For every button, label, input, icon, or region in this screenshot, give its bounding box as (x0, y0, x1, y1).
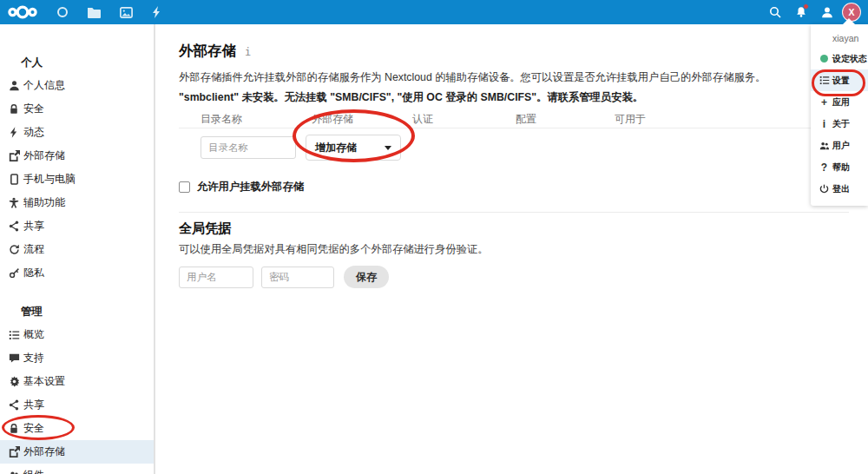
mobile-icon (8, 174, 20, 186)
allow-user-mount-checkbox[interactable] (179, 181, 190, 193)
sidebar-item-personal-info[interactable]: 个人信息 (0, 74, 154, 97)
sidebar-item-basic-settings[interactable]: 基本设置 (0, 370, 154, 393)
menu-username: xiayan (811, 29, 868, 48)
sidebar-item-label: 隐私 (23, 266, 44, 280)
menu-item-label: 应用 (832, 96, 850, 109)
sidebar-item-label: 动态 (23, 125, 44, 140)
user-menu: xiayan 设定状态 设置 + 应用 i 关于 用户 ? 帮助 登出 (811, 24, 868, 206)
external-storage-table: 目录名称 外部存储 认证 配置 可用于 增加存储 (179, 111, 821, 169)
menu-item-users[interactable]: 用户 (811, 135, 868, 156)
sidebar-item-mobile-desktop[interactable]: 手机与电脑 (0, 168, 154, 191)
activity-icon[interactable] (142, 0, 171, 24)
sidebar-item-security-personal[interactable]: 安全 (0, 97, 154, 121)
nextcloud-settings-page: X 个人 个人信息 安全 动态 外部存储 手机与电脑 辅助功能 (0, 0, 868, 474)
sidebar-item-label: 外部存储 (23, 444, 65, 459)
sidebar-item-label: 个人信息 (23, 78, 65, 93)
menu-item-label: 用户 (832, 140, 850, 152)
section-divider (179, 212, 849, 213)
help-icon: ? (819, 162, 830, 173)
photos-icon[interactable] (110, 0, 142, 24)
sidebar-item-label: 概览 (23, 327, 44, 342)
menu-item-help[interactable]: ? 帮助 (811, 156, 868, 178)
column-header: 外部存储 (287, 112, 388, 127)
app-launcher (5, 0, 171, 24)
global-credentials-form: 保存 (179, 266, 849, 288)
sidebar-item-external-storage-personal[interactable]: 外部存储 (0, 144, 154, 168)
password-field[interactable] (261, 267, 334, 288)
gear-icon (8, 376, 20, 388)
column-header: 可用于 (590, 112, 821, 127)
groupware-icon (8, 470, 20, 474)
logout-icon (819, 184, 830, 194)
plus-icon: + (819, 97, 830, 108)
menu-item-logout[interactable]: 登出 (811, 178, 868, 200)
settings-list-icon (819, 76, 830, 85)
support-icon (8, 352, 20, 365)
menu-item-settings[interactable]: 设置 (811, 69, 868, 91)
lock-icon (8, 423, 20, 435)
external-storage-settings: 外部存储 i 外部存储插件允许挂载外部的存储服务作为 Nextcloud 的辅助… (157, 24, 868, 474)
sidebar-item-security-admin[interactable]: 安全 (0, 417, 154, 440)
sidebar-item-overview[interactable]: 概览 (0, 323, 154, 346)
sidebar-item-flow[interactable]: 流程 (0, 238, 154, 261)
menu-item-about[interactable]: i 关于 (811, 113, 868, 135)
sidebar-item-groupware[interactable]: 组件 (0, 464, 154, 474)
search-icon[interactable] (764, 0, 786, 24)
menu-item-label: 登出 (832, 183, 850, 195)
menu-item-label: 关于 (832, 118, 850, 130)
section-description: 外部存储插件允许挂载外部的存储服务作为 Nextcloud 的辅助存储设备。您可… (179, 71, 849, 84)
sidebar-item-sharing-personal[interactable]: 共享 (0, 214, 154, 238)
share-icon (8, 399, 20, 411)
sidebar-item-sharing-admin[interactable]: 共享 (0, 393, 154, 417)
top-bar: X (0, 0, 868, 24)
global-credentials-title: 全局凭据 (179, 221, 849, 237)
menu-item-set-status[interactable]: 设定状态 (811, 48, 868, 69)
menu-item-label: 设置 (832, 75, 850, 87)
menu-item-apps[interactable]: + 应用 (811, 91, 868, 113)
external-storage-icon (8, 446, 20, 458)
add-storage-dropdown[interactable]: 增加存储 (306, 135, 401, 161)
key-icon (8, 267, 20, 280)
accessibility-icon (8, 197, 20, 209)
sidebar-item-support[interactable]: 支持 (0, 346, 154, 370)
lock-icon (8, 103, 20, 115)
page-title: 外部存储 (179, 42, 236, 61)
column-header: 配置 (491, 112, 590, 127)
sidebar-item-label: 共享 (23, 219, 44, 234)
menu-caret (843, 18, 855, 24)
notification-badge (803, 3, 809, 10)
sidebar-item-privacy[interactable]: 隐私 (0, 261, 154, 285)
username-field[interactable] (179, 267, 253, 288)
sidebar-item-activity[interactable]: 动态 (0, 121, 154, 144)
overview-icon (8, 329, 20, 341)
sidebar-item-label: 辅助功能 (23, 195, 65, 210)
sidebar-item-label: 基本设置 (23, 374, 65, 389)
sidebar-heading-admin: 管理 (0, 300, 154, 323)
sidebar-item-accessibility[interactable]: 辅助功能 (0, 191, 154, 214)
nextcloud-logo[interactable] (5, 0, 47, 24)
info-icon[interactable]: i (245, 46, 251, 58)
save-button[interactable]: 保存 (344, 266, 389, 288)
chevron-down-icon (385, 146, 391, 150)
sidebar-item-label: 流程 (23, 242, 44, 257)
activity-icon (8, 127, 20, 139)
column-header: 目录名称 (179, 112, 287, 127)
global-credentials-description: 可以使用全局凭据对具有相同凭据的多个外部存储进行身份验证。 (179, 242, 849, 257)
dashboard-icon[interactable] (47, 0, 78, 24)
info-icon: i (819, 119, 830, 129)
sidebar-item-label: 手机与电脑 (23, 172, 76, 187)
sidebar-item-label: 支持 (23, 351, 44, 365)
column-header: 认证 (388, 112, 491, 127)
folder-name-input[interactable] (201, 136, 296, 159)
menu-item-label: 帮助 (832, 161, 850, 174)
sidebar-item-external-storage-admin[interactable]: 外部存储 (0, 440, 154, 464)
sidebar-item-label: 共享 (23, 398, 44, 412)
users-icon (819, 142, 830, 150)
contacts-icon[interactable] (816, 0, 838, 24)
flow-icon (8, 244, 20, 256)
files-icon[interactable] (78, 0, 110, 24)
add-storage-label: 增加存储 (315, 141, 357, 155)
external-storage-icon (8, 150, 20, 162)
notifications-icon[interactable] (790, 0, 812, 24)
user-icon (8, 80, 20, 92)
